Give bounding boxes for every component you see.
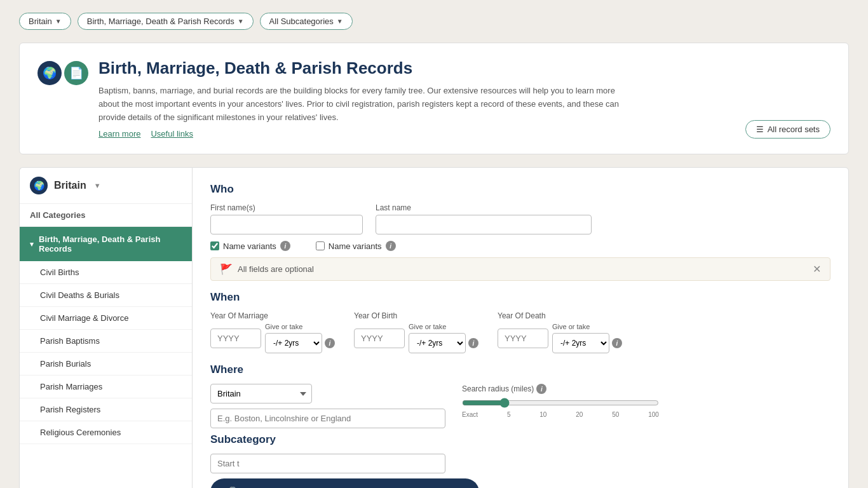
search-button[interactable]: 🔍 Search Birth, Marriage, Death & Parish… bbox=[210, 478, 479, 488]
sidebar-item-label: Religious Ceremonies bbox=[40, 428, 121, 437]
last-name-variants-info-icon[interactable]: i bbox=[386, 241, 396, 251]
give-take-death-label: Give or take bbox=[552, 323, 622, 330]
give-take-marriage-select[interactable]: -/+ 2yrs -/+ 1yr -/+ 5yrs Exact bbox=[265, 333, 322, 353]
year-of-marriage-input[interactable] bbox=[210, 329, 261, 348]
sidebar-item-label: Parish Baptisms bbox=[40, 336, 100, 346]
breadcrumb-subcategory-caret: ▼ bbox=[337, 18, 343, 25]
year-of-death-input[interactable] bbox=[498, 329, 548, 348]
last-name-label: Last name bbox=[376, 203, 592, 212]
breadcrumb-category-caret: ▼ bbox=[238, 18, 244, 25]
where-row: Britain England Scotland Wales Search ra… bbox=[210, 384, 831, 428]
year-of-death-inner: Give or take -/+ 2yrs -/+ 1yr -/+ 5yrs E… bbox=[498, 323, 622, 353]
last-name-input[interactable] bbox=[376, 215, 592, 234]
sidebar-category-chevron: ▾ bbox=[30, 240, 34, 248]
give-take-death: Give or take -/+ 2yrs -/+ 1yr -/+ 5yrs E… bbox=[552, 323, 622, 353]
sidebar-item-parish-baptisms[interactable]: Parish Baptisms bbox=[20, 330, 192, 353]
list-icon: ☰ bbox=[756, 125, 764, 134]
year-of-birth-input[interactable] bbox=[354, 329, 405, 348]
radius-mark-5: 5 bbox=[507, 411, 511, 418]
first-name-label: First name(s) bbox=[210, 203, 363, 212]
when-row: Year Of Marriage Give or take -/+ 2yrs -… bbox=[210, 311, 831, 353]
year-of-marriage-group: Year Of Marriage Give or take -/+ 2yrs -… bbox=[210, 311, 335, 353]
subcategory-input[interactable] bbox=[210, 454, 445, 473]
sidebar-item-label: Civil Births bbox=[40, 268, 79, 277]
search-radius-info[interactable]: i bbox=[536, 384, 546, 394]
sidebar-item-parish-marriages[interactable]: Parish Marriages bbox=[20, 376, 192, 398]
breadcrumb-region-label: Britain bbox=[29, 17, 52, 26]
give-take-birth-info[interactable]: i bbox=[468, 338, 478, 348]
learn-more-link[interactable]: Learn more bbox=[98, 129, 140, 139]
first-name-variants-info-icon[interactable]: i bbox=[280, 241, 290, 251]
who-row: First name(s) Last name bbox=[210, 203, 831, 234]
sidebar-all-categories: All Categories bbox=[20, 204, 192, 227]
radius-mark-exact: Exact bbox=[462, 411, 478, 418]
optional-notice: 🚩 All fields are optional ✕ bbox=[210, 257, 831, 281]
who-title: Who bbox=[210, 183, 831, 196]
year-of-birth-inner: Give or take -/+ 2yrs -/+ 1yr -/+ 5yrs E… bbox=[354, 323, 478, 353]
give-take-death-info[interactable]: i bbox=[612, 338, 622, 348]
page-title: Birth, Marriage, Death & Parish Records bbox=[98, 58, 620, 78]
give-take-death-select[interactable]: -/+ 2yrs -/+ 1yr -/+ 5yrs Exact bbox=[552, 333, 609, 353]
radius-mark-20: 20 bbox=[576, 411, 583, 418]
give-take-birth-select[interactable]: -/+ 2yrs -/+ 1yr -/+ 5yrs Exact bbox=[409, 333, 466, 353]
give-take-marriage-label: Give or take bbox=[265, 323, 335, 330]
main-card: 🌍 📄 Birth, Marriage, Death & Parish Reco… bbox=[19, 43, 849, 154]
radius-marks: Exact 5 10 20 50 100 bbox=[462, 411, 659, 418]
sidebar-item-religious-ceremonies[interactable]: Religious Ceremonies bbox=[20, 421, 192, 444]
breadcrumb-category-btn[interactable]: Birth, Marriage, Death & Parish Records … bbox=[78, 13, 254, 30]
first-name-variants-checkbox[interactable] bbox=[210, 241, 219, 250]
breadcrumb-subcategory-label: All Subcategories bbox=[269, 17, 334, 26]
breadcrumb-subcategory-btn[interactable]: All Subcategories ▼ bbox=[260, 13, 353, 30]
sidebar-item-label: Civil Marriage & Divorce bbox=[40, 313, 128, 323]
sidebar-item-parish-registers[interactable]: Parish Registers bbox=[20, 398, 192, 421]
country-select[interactable]: Britain England Scotland Wales bbox=[210, 384, 312, 403]
document-icon: 📄 bbox=[64, 61, 88, 85]
search-radius-text: Search radius (miles) bbox=[462, 384, 534, 393]
first-name-variants-check: Name variants i bbox=[210, 241, 290, 251]
sidebar: 🌍 Britain ▼ All Categories ▾ Birth, Marr… bbox=[19, 167, 192, 488]
optional-notice-left: 🚩 All fields are optional bbox=[220, 263, 314, 275]
first-name-variants-label: Name variants bbox=[223, 241, 276, 251]
sidebar-region-label: Britain bbox=[54, 180, 86, 191]
give-take-marriage-info[interactable]: i bbox=[325, 338, 335, 348]
where-title: Where bbox=[210, 363, 831, 376]
breadcrumb-region-btn[interactable]: Britain ▼ bbox=[19, 13, 71, 30]
header-links: Learn more Useful links bbox=[98, 129, 620, 139]
breadcrumb-region-caret: ▼ bbox=[55, 18, 62, 25]
flag-icon: 🚩 bbox=[220, 263, 233, 275]
region-icon: 🌍 bbox=[30, 177, 48, 194]
header-icons: 🌍 📄 bbox=[37, 61, 88, 85]
all-record-sets-button[interactable]: ☰ All record sets bbox=[745, 120, 831, 139]
last-name-variants-check: Name variants i bbox=[316, 241, 396, 251]
breadcrumb-category-label: Birth, Marriage, Death & Parish Records bbox=[87, 17, 234, 26]
last-name-group: Last name bbox=[376, 203, 592, 234]
sidebar-item-civil-births[interactable]: Civil Births bbox=[20, 261, 192, 284]
globe-icon: 🌍 bbox=[37, 61, 62, 85]
search-radius-label: Search radius (miles) i bbox=[462, 384, 659, 394]
radius-mark-100: 100 bbox=[648, 411, 659, 418]
sidebar-item-parish-burials[interactable]: Parish Burials bbox=[20, 353, 192, 376]
sidebar-item-label: Parish Marriages bbox=[40, 382, 102, 391]
radius-mark-10: 10 bbox=[539, 411, 546, 418]
when-title: When bbox=[210, 291, 831, 304]
sidebar-item-label: Civil Deaths & Burials bbox=[40, 290, 119, 300]
year-of-death-group: Year Of Death Give or take -/+ 2yrs -/+ … bbox=[498, 311, 622, 353]
breadcrumb-nav: Britain ▼ Birth, Marriage, Death & Paris… bbox=[0, 0, 868, 43]
useful-links-link[interactable]: Useful links bbox=[151, 129, 193, 139]
first-name-input[interactable] bbox=[210, 215, 363, 234]
location-input[interactable] bbox=[210, 409, 445, 428]
sidebar-item-civil-deaths[interactable]: Civil Deaths & Burials bbox=[20, 284, 192, 307]
radius-slider[interactable] bbox=[462, 398, 659, 408]
sidebar-region[interactable]: 🌍 Britain ▼ bbox=[20, 168, 192, 204]
year-of-marriage-label: Year Of Marriage bbox=[210, 311, 335, 320]
optional-notice-text: All fields are optional bbox=[238, 264, 314, 274]
main-card-header: 🌍 📄 Birth, Marriage, Death & Parish Reco… bbox=[37, 58, 831, 139]
name-variants-row: Name variants i Name variants i bbox=[210, 241, 831, 251]
year-of-birth-label: Year Of Birth bbox=[354, 311, 478, 320]
sidebar-active-category[interactable]: ▾ Birth, Marriage, Death & Parish Record… bbox=[20, 227, 192, 261]
last-name-variants-checkbox[interactable] bbox=[316, 241, 325, 250]
year-of-birth-group: Year Of Birth Give or take -/+ 2yrs -/+ … bbox=[354, 311, 478, 353]
sidebar-item-civil-marriage[interactable]: Civil Marriage & Divorce bbox=[20, 307, 192, 330]
optional-notice-close-btn[interactable]: ✕ bbox=[813, 263, 821, 275]
year-of-marriage-inner: Give or take -/+ 2yrs -/+ 1yr -/+ 5yrs E… bbox=[210, 323, 335, 353]
